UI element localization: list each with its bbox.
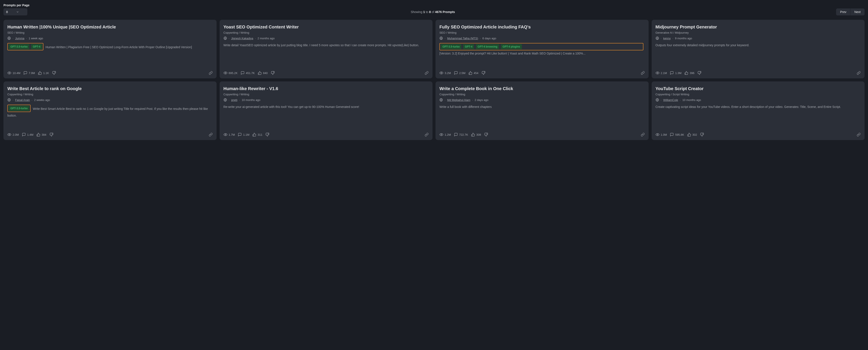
card-author[interactable]: WilliamCole [663, 98, 678, 101]
prompt-card[interactable]: Write Best Article to rank on Google Cop… [3, 81, 217, 140]
thumbs-down-icon [266, 133, 269, 137]
thumbs-down-icon [700, 133, 704, 137]
dislike-button[interactable] [271, 71, 275, 75]
views-stat: 1.2M [439, 133, 451, 137]
showing-summary: Showing 1 to 8 of 4676 Prompts [30, 10, 836, 16]
comments-count: 2.5M [459, 71, 465, 75]
globe-icon [7, 36, 11, 40]
link-button[interactable] [209, 133, 213, 137]
likes-stat: 384 [36, 133, 46, 137]
card-author[interactable]: pneb [231, 98, 238, 101]
dislike-button[interactable] [52, 71, 56, 75]
prompt-card[interactable]: Write a Complete Book in One Click Copyw… [436, 81, 649, 140]
thumbs-down-icon [484, 133, 488, 137]
comments-count: 1.1M [243, 133, 249, 136]
likes-count: 384 [42, 133, 46, 136]
card-time: 10 months ago [682, 98, 701, 101]
dislike-button[interactable] [484, 133, 488, 137]
thumbs-down-icon [698, 71, 701, 75]
thumbs-up-icon [258, 71, 262, 75]
tag-gpt35: GPT-3.5-turbo [9, 44, 29, 49]
link-icon [209, 133, 213, 137]
link-button[interactable] [857, 133, 861, 137]
link-icon [641, 71, 645, 75]
card-time: 9 months ago [675, 37, 692, 40]
prompt-card[interactable]: Fully SEO Optimized Article including FA… [436, 20, 649, 78]
card-description: Write Best Smart Article Best to rank no… [7, 107, 208, 117]
dislike-button[interactable] [700, 133, 704, 137]
link-button[interactable] [641, 133, 645, 137]
card-author[interactable]: Faisal Arain [15, 98, 30, 101]
link-button[interactable] [857, 71, 861, 75]
card-description: Re-write your ai-generated article with … [223, 105, 429, 129]
card-meta: · Jignesh Kakadiya · 2 months ago [223, 36, 429, 40]
card-time: 2 months ago [257, 37, 275, 40]
dislike-button[interactable] [50, 133, 53, 137]
comments-stat: 7.9M [24, 71, 35, 75]
card-author[interactable]: Jignesh Kakadiya [231, 37, 253, 40]
link-button[interactable] [425, 71, 429, 75]
prev-button[interactable]: Prev [836, 8, 850, 16]
comment-icon [238, 133, 242, 137]
comments-count: 595.8K [675, 133, 684, 136]
views-count: 2.1M [661, 71, 667, 75]
card-author[interactable]: kenny [663, 37, 671, 40]
card-description: [Version: 3.2] Enjoyed the prompt? Hit L… [439, 52, 586, 55]
prompt-card[interactable]: Yoast SEO Optimized Content Writer Copyw… [220, 20, 433, 78]
thumbs-up-icon [38, 71, 42, 75]
likes-count: 308 [476, 133, 481, 136]
dislike-button[interactable] [698, 71, 701, 75]
card-stats: 3.2M 2.5M 454 [439, 71, 645, 75]
tag-gpt4-plugins: GPT-4 plugins [501, 44, 522, 49]
likes-count: 1.1K [43, 71, 49, 75]
eye-icon [7, 71, 11, 75]
globe-icon [656, 36, 659, 40]
card-description-block: GPT-3.5-turbo GPT-4 Human Written | Plag… [7, 43, 213, 67]
prompt-card[interactable]: YouTube Script Creator Copywriting / Scr… [652, 81, 865, 140]
views-count: 10.4M [12, 71, 21, 75]
comments-stat: 2.5M [454, 71, 465, 75]
prompt-card[interactable]: Midjourney Prompt Generator Generative A… [652, 20, 865, 78]
next-button[interactable]: Next [850, 8, 865, 16]
card-author[interactable]: Muhammad Talha (MTS) [447, 37, 478, 40]
card-author[interactable]: Md Mejbahul Alam [447, 98, 470, 101]
tag-gpt4-browsing: GPT-4 browsing [476, 44, 499, 49]
card-time: 2 days ago [474, 98, 489, 101]
thumbs-up-icon [684, 71, 688, 75]
card-stats: 1.0M 595.8K 302 [656, 133, 861, 137]
likes-stat: 396 [684, 71, 694, 75]
likes-stat: 840 [258, 71, 268, 75]
list-header: Prompts per Page 8 Showing 1 to 8 of 467… [3, 3, 865, 16]
prompt-card[interactable]: Human Written |100% Unique |SEO Optimize… [3, 20, 217, 78]
comments-stat: 595.8K [670, 133, 684, 137]
svg-point-11 [657, 72, 658, 74]
likes-stat: 454 [468, 71, 478, 75]
views-stat: 2.0M [7, 133, 19, 137]
showing-to: 8 [429, 10, 431, 14]
tag-gpt35: GPT-3.5-turbo [9, 106, 29, 111]
card-category: Copywriting / Writing [223, 31, 429, 34]
likes-count: 454 [474, 71, 478, 75]
card-title: Write Best Article to rank on Google [7, 86, 151, 91]
card-description-block: GPT-3.5-turbo Write Best Smart Article B… [7, 105, 213, 129]
comments-stat: 1.3M [670, 71, 681, 75]
globe-icon [439, 98, 443, 101]
link-button[interactable] [209, 71, 213, 75]
per-page-select[interactable]: 8 [3, 8, 27, 16]
card-author[interactable]: Jumma [15, 37, 25, 40]
likes-stat: 311 [252, 133, 262, 137]
dislike-button[interactable] [482, 71, 486, 75]
likes-count: 840 [263, 71, 268, 75]
link-icon [857, 133, 861, 137]
thumbs-up-icon [471, 133, 475, 137]
likes-count: 396 [690, 71, 694, 75]
card-stats: 1.7M 1.1M 311 [223, 133, 429, 137]
model-tags: GPT-3.5-turbo [7, 105, 31, 112]
link-button[interactable] [641, 71, 645, 75]
prompt-card[interactable]: Human-like Rewriter - V1.6 Copywriting /… [220, 81, 433, 140]
svg-point-2 [9, 72, 10, 74]
link-button[interactable] [425, 133, 429, 137]
dislike-button[interactable] [266, 133, 269, 137]
card-meta: · pneb · 10 months ago [223, 98, 429, 101]
card-meta: · Jumma · 1 week ago [7, 36, 213, 40]
